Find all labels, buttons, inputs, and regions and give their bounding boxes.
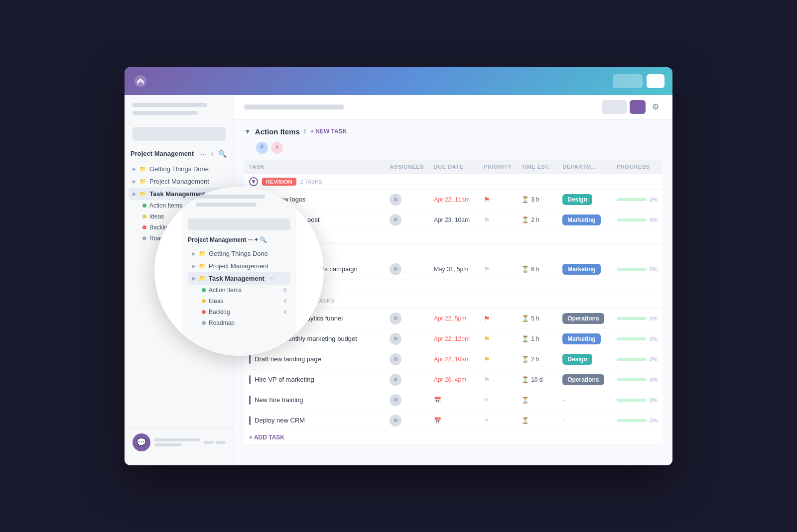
assignee-avatar[interactable]: ⚙ xyxy=(390,415,401,426)
task-name-cell[interactable]: Deploy new CRM xyxy=(244,411,385,431)
due-date-cell[interactable]: Apr 23, 10am xyxy=(429,210,479,230)
app-logo[interactable] xyxy=(133,73,148,89)
dept-cell[interactable]: Operations xyxy=(557,309,612,329)
assignee-avatar[interactable]: ⚙ xyxy=(390,214,401,226)
assignee-cell[interactable]: ⚙ xyxy=(385,349,429,370)
assignee-avatar[interactable]: ⚙ xyxy=(390,333,401,345)
dept-cell[interactable]: Design xyxy=(557,349,612,370)
priority-cell[interactable]: ⚑ xyxy=(479,370,517,390)
dept-cell[interactable]: Marketing xyxy=(557,259,612,280)
priority-cell[interactable]: ⚑ xyxy=(479,390,517,411)
settings-btn[interactable]: ⚙ xyxy=(649,100,663,114)
assignee-avatar[interactable]: ⚙ xyxy=(390,194,401,206)
time-est-cell[interactable]: ⏳1 h xyxy=(517,329,557,349)
task-name-cell[interactable]: New hire training xyxy=(244,390,385,411)
task-row[interactable]: Design new logos ⚙ Apr 22, 11am ⚑ ⏳3 h D… xyxy=(244,190,663,210)
new-task-btn[interactable]: + NEW TASK xyxy=(310,128,347,135)
avatar-1[interactable]: P xyxy=(256,142,268,154)
dept-cell[interactable]: Design xyxy=(557,190,612,210)
assignee-avatar[interactable]: ⚙ xyxy=(390,263,401,275)
sidebar-subitem-action-items[interactable]: Action Items 9 xyxy=(188,285,290,296)
time-est-cell[interactable]: ⏳10 d xyxy=(517,370,557,390)
priority-cell[interactable]: ⚑ xyxy=(479,411,517,431)
task-name: Draft new landing page xyxy=(255,355,321,363)
priority-cell[interactable]: ⚑ xyxy=(479,329,517,349)
sidebar-item-getting-things-done[interactable]: ▶ 📁 Getting Things Done xyxy=(129,163,230,175)
assignee-cell[interactable]: ⚙ xyxy=(385,390,429,411)
due-date-cell[interactable]: May 31, 5pm xyxy=(429,259,479,280)
time-est-cell[interactable]: ⏳5 h xyxy=(517,309,557,329)
progress-cell: 0% xyxy=(612,370,663,390)
sidebar-item-task-management[interactable]: ▶ 📁 Task Management ··· xyxy=(188,272,290,285)
sidebar-subitem-backlog[interactable]: Backlog 4 xyxy=(188,307,290,318)
chat-bubble[interactable]: 💬 xyxy=(133,433,150,451)
task-row[interactable]: Draft new landing page ⚙ Apr 22, 10am ⚑ … xyxy=(244,349,663,370)
time-est-cell[interactable]: ⏳ xyxy=(517,411,557,431)
time-est-cell[interactable]: ⏳6 h xyxy=(517,259,557,280)
assignee-cell[interactable]: ⚙ xyxy=(385,190,429,210)
assignee-cell[interactable]: ⚙ xyxy=(385,210,429,230)
sidebar-subitem-roadmap[interactable]: Roadmap xyxy=(188,318,290,328)
dept-cell[interactable]: Operations xyxy=(557,370,612,390)
priority-flag: ⚑ xyxy=(484,335,490,343)
due-date-cell[interactable]: 📅 xyxy=(429,390,479,411)
due-date-cell[interactable]: Apr 22, 5pm xyxy=(429,309,479,329)
col-header-task: TASK xyxy=(244,160,385,174)
assignee-cell[interactable]: ⚙ xyxy=(385,309,429,329)
due-date-cell[interactable]: Apr 22, 12pm xyxy=(429,329,479,349)
priority-cell[interactable]: ⚑ xyxy=(479,349,517,370)
task-row[interactable]: Organize monthly marketing budget ⚙ Apr … xyxy=(244,329,663,349)
assignee-cell[interactable]: ⚙ xyxy=(385,370,429,390)
dept-cell[interactable]: Marketing xyxy=(557,210,612,230)
priority-flag-empty: ⚑ xyxy=(484,417,489,424)
task-row[interactable]: Deploy new CRM ⚙ 📅 ⚑ ⏳ - 0% xyxy=(244,411,663,431)
due-date-cell[interactable]: 📅 xyxy=(429,411,479,431)
view-btn-list[interactable] xyxy=(602,100,627,114)
dept-cell[interactable]: Marketing xyxy=(557,329,612,349)
assignee-avatar[interactable]: ⚙ xyxy=(390,313,401,324)
due-date-cell[interactable]: Apr 22, 11am xyxy=(429,190,479,210)
folder-icon: 📁 xyxy=(199,250,206,257)
topbar-btn-2[interactable] xyxy=(647,74,664,88)
section-collapse-btn[interactable]: ▼ xyxy=(244,127,251,135)
progress-label: 0% xyxy=(650,266,658,272)
view-btn-board[interactable] xyxy=(630,100,646,114)
workspace-search-btn[interactable]: 🔍 xyxy=(217,149,228,159)
assignee-cell[interactable]: ⚙ xyxy=(385,329,429,349)
task-name-cell[interactable]: Hire VP of marketing xyxy=(244,370,385,390)
sidebar-item-project-management[interactable]: ▶ 📁 Project Management xyxy=(188,260,290,272)
due-date-cell[interactable]: Apr 22, 10am xyxy=(429,349,479,370)
avatar-2[interactable]: A xyxy=(271,142,283,154)
time-est-cell[interactable]: ⏳2 h xyxy=(517,210,557,230)
sidebar-subitem-ideas[interactable]: Ideas 4 xyxy=(188,296,290,307)
topbar-btn-1[interactable] xyxy=(613,74,643,88)
assignee-cell[interactable]: ⚙ xyxy=(385,259,429,280)
section-info-btn[interactable]: ℹ xyxy=(304,128,306,135)
priority-cell[interactable]: ⚑ xyxy=(479,210,517,230)
sidebar-item-project-management[interactable]: ▶ 📁 Project Management xyxy=(129,175,230,188)
assignee-avatar[interactable]: ⚙ xyxy=(390,394,401,406)
nav-item-more[interactable]: ··· xyxy=(269,275,274,281)
task-color-bar xyxy=(249,355,251,364)
priority-cell[interactable]: ⚑ xyxy=(479,259,517,280)
workspace-more-btn[interactable]: ··· xyxy=(199,149,207,159)
add-task-btn[interactable]: + ADD TASK xyxy=(249,434,284,441)
sidebar-item-getting-things-done[interactable]: ▶ 📁 Getting Things Done xyxy=(188,247,290,260)
dept-cell[interactable]: - xyxy=(557,411,612,431)
assignee-avatar[interactable]: ⚙ xyxy=(390,353,401,365)
dept-cell[interactable]: - xyxy=(557,390,612,411)
task-name-cell[interactable]: Draft new landing page xyxy=(244,349,385,370)
task-row[interactable]: New hire training ⚙ 📅 ⚑ ⏳ - 0% xyxy=(244,390,663,411)
workspace-add-btn[interactable]: + xyxy=(209,149,215,159)
priority-cell[interactable]: ⚑ xyxy=(479,309,517,329)
task-row[interactable]: Hire VP of marketing ⚙ Apr 26, 4pm ⚑ ⏳10… xyxy=(244,370,663,390)
due-date-cell[interactable]: Apr 26, 4pm xyxy=(429,370,479,390)
time-est-cell[interactable]: ⏳3 h xyxy=(517,190,557,210)
progress-cell: 0% xyxy=(612,390,663,411)
assignee-cell[interactable]: ⚙ xyxy=(385,411,429,431)
group-collapse-btn[interactable]: ▼ xyxy=(249,177,258,186)
priority-cell[interactable]: ⚑ xyxy=(479,190,517,210)
time-est-cell[interactable]: ⏳2 h xyxy=(517,349,557,370)
time-est-cell[interactable]: ⏳ xyxy=(517,390,557,411)
assignee-avatar[interactable]: ⚙ xyxy=(390,374,401,386)
